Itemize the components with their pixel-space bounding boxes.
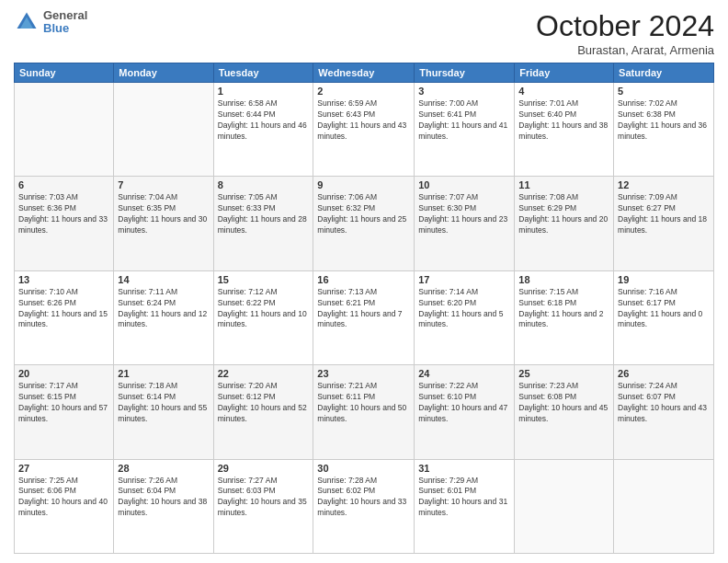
day-number: 28 [118, 463, 209, 474]
day-info: Sunrise: 7:05 AM Sunset: 6:33 PM Dayligh… [218, 192, 310, 236]
calendar-cell: 7Sunrise: 7:04 AM Sunset: 6:35 PM Daylig… [114, 177, 213, 270]
calendar-cell: 12Sunrise: 7:09 AM Sunset: 6:27 PM Dayli… [614, 177, 714, 270]
calendar-cell: 23Sunrise: 7:21 AM Sunset: 6:11 PM Dayli… [313, 365, 415, 459]
calendar-header-thursday: Thursday [415, 63, 515, 83]
header: General Blue October 2024 Burastan, Arar… [14, 9, 714, 57]
calendar-cell: 19Sunrise: 7:16 AM Sunset: 6:17 PM Dayli… [614, 270, 714, 364]
day-info: Sunrise: 7:24 AM Sunset: 6:07 PM Dayligh… [618, 381, 710, 425]
calendar-cell: 30Sunrise: 7:28 AM Sunset: 6:02 PM Dayli… [313, 459, 415, 553]
day-number: 12 [618, 179, 710, 190]
calendar-cell: 3Sunrise: 7:00 AM Sunset: 6:41 PM Daylig… [415, 83, 515, 177]
calendar-cell: 5Sunrise: 7:02 AM Sunset: 6:38 PM Daylig… [614, 83, 714, 177]
calendar-cell [614, 459, 714, 553]
day-info: Sunrise: 7:09 AM Sunset: 6:27 PM Dayligh… [618, 192, 710, 236]
day-number: 1 [218, 86, 310, 97]
day-info: Sunrise: 7:18 AM Sunset: 6:14 PM Dayligh… [118, 381, 209, 425]
day-info: Sunrise: 7:07 AM Sunset: 6:30 PM Dayligh… [418, 192, 510, 236]
day-info: Sunrise: 7:14 AM Sunset: 6:20 PM Dayligh… [418, 287, 510, 331]
day-info: Sunrise: 7:21 AM Sunset: 6:11 PM Dayligh… [317, 381, 410, 425]
day-info: Sunrise: 7:01 AM Sunset: 6:40 PM Dayligh… [518, 98, 609, 143]
day-number: 24 [418, 368, 510, 379]
day-info: Sunrise: 7:13 AM Sunset: 6:21 PM Dayligh… [317, 287, 410, 331]
calendar-cell: 18Sunrise: 7:15 AM Sunset: 6:18 PM Dayli… [515, 270, 614, 364]
day-info: Sunrise: 6:58 AM Sunset: 6:44 PM Dayligh… [218, 98, 310, 143]
calendar-cell: 24Sunrise: 7:22 AM Sunset: 6:10 PM Dayli… [415, 365, 515, 459]
logo: General Blue [14, 9, 87, 36]
calendar-cell: 1Sunrise: 6:58 AM Sunset: 6:44 PM Daylig… [213, 83, 313, 177]
day-info: Sunrise: 7:08 AM Sunset: 6:29 PM Dayligh… [518, 192, 609, 236]
day-number: 22 [218, 368, 310, 379]
calendar-cell: 16Sunrise: 7:13 AM Sunset: 6:21 PM Dayli… [313, 270, 415, 364]
day-number: 17 [418, 274, 510, 285]
day-info: Sunrise: 7:22 AM Sunset: 6:10 PM Dayligh… [418, 381, 510, 425]
calendar-cell [114, 83, 213, 177]
calendar-cell: 13Sunrise: 7:10 AM Sunset: 6:26 PM Dayli… [15, 270, 114, 364]
day-info: Sunrise: 6:59 AM Sunset: 6:43 PM Dayligh… [317, 98, 410, 143]
calendar-header-saturday: Saturday [614, 63, 714, 83]
calendar-cell: 31Sunrise: 7:29 AM Sunset: 6:01 PM Dayli… [415, 459, 515, 553]
day-info: Sunrise: 7:20 AM Sunset: 6:12 PM Dayligh… [218, 381, 310, 425]
day-info: Sunrise: 7:27 AM Sunset: 6:03 PM Dayligh… [218, 476, 310, 520]
day-info: Sunrise: 7:26 AM Sunset: 6:04 PM Dayligh… [118, 476, 209, 520]
calendar-cell: 9Sunrise: 7:06 AM Sunset: 6:32 PM Daylig… [313, 177, 415, 270]
day-info: Sunrise: 7:17 AM Sunset: 6:15 PM Dayligh… [18, 381, 109, 425]
day-number: 7 [118, 179, 209, 190]
calendar-cell: 14Sunrise: 7:11 AM Sunset: 6:24 PM Dayli… [114, 270, 213, 364]
calendar-cell: 27Sunrise: 7:25 AM Sunset: 6:06 PM Dayli… [15, 459, 114, 553]
day-info: Sunrise: 7:06 AM Sunset: 6:32 PM Dayligh… [317, 192, 410, 236]
day-info: Sunrise: 7:03 AM Sunset: 6:36 PM Dayligh… [18, 192, 109, 236]
calendar-week-row: 13Sunrise: 7:10 AM Sunset: 6:26 PM Dayli… [15, 270, 714, 364]
day-number: 5 [618, 86, 710, 97]
day-number: 9 [317, 179, 410, 190]
calendar-week-row: 27Sunrise: 7:25 AM Sunset: 6:06 PM Dayli… [15, 459, 714, 553]
day-number: 19 [618, 274, 710, 285]
calendar-cell: 17Sunrise: 7:14 AM Sunset: 6:20 PM Dayli… [415, 270, 515, 364]
logo-blue: Blue [43, 22, 87, 35]
logo-general: General [43, 9, 87, 22]
calendar-cell: 6Sunrise: 7:03 AM Sunset: 6:36 PM Daylig… [15, 177, 114, 270]
page: General Blue October 2024 Burastan, Arar… [0, 0, 728, 563]
day-info: Sunrise: 7:15 AM Sunset: 6:18 PM Dayligh… [518, 287, 609, 331]
day-info: Sunrise: 7:28 AM Sunset: 6:02 PM Dayligh… [317, 476, 410, 520]
day-number: 18 [518, 274, 609, 285]
calendar-header-monday: Monday [114, 63, 213, 83]
day-info: Sunrise: 7:10 AM Sunset: 6:26 PM Dayligh… [18, 287, 109, 331]
calendar-cell: 20Sunrise: 7:17 AM Sunset: 6:15 PM Dayli… [15, 365, 114, 459]
day-number: 10 [418, 179, 510, 190]
day-number: 14 [118, 274, 209, 285]
calendar-cell: 2Sunrise: 6:59 AM Sunset: 6:43 PM Daylig… [313, 83, 415, 177]
calendar-cell [15, 83, 114, 177]
day-number: 6 [18, 179, 109, 190]
day-info: Sunrise: 7:02 AM Sunset: 6:38 PM Dayligh… [618, 98, 710, 143]
day-number: 21 [118, 368, 209, 379]
subtitle: Burastan, Ararat, Armenia [536, 43, 714, 57]
day-number: 3 [418, 86, 510, 97]
logo-icon [14, 9, 40, 35]
month-title: October 2024 [536, 9, 714, 43]
calendar-week-row: 1Sunrise: 6:58 AM Sunset: 6:44 PM Daylig… [15, 83, 714, 177]
calendar-week-row: 20Sunrise: 7:17 AM Sunset: 6:15 PM Dayli… [15, 365, 714, 459]
day-info: Sunrise: 7:04 AM Sunset: 6:35 PM Dayligh… [118, 192, 209, 236]
day-info: Sunrise: 7:23 AM Sunset: 6:08 PM Dayligh… [518, 381, 609, 425]
day-number: 29 [218, 463, 310, 474]
calendar-cell: 4Sunrise: 7:01 AM Sunset: 6:40 PM Daylig… [515, 83, 614, 177]
calendar-cell: 15Sunrise: 7:12 AM Sunset: 6:22 PM Dayli… [213, 270, 313, 364]
day-number: 4 [518, 86, 609, 97]
day-info: Sunrise: 7:12 AM Sunset: 6:22 PM Dayligh… [218, 287, 310, 331]
day-number: 16 [317, 274, 410, 285]
day-number: 2 [317, 86, 410, 97]
day-number: 30 [317, 463, 410, 474]
day-number: 31 [418, 463, 510, 474]
calendar-week-row: 6Sunrise: 7:03 AM Sunset: 6:36 PM Daylig… [15, 177, 714, 270]
day-number: 11 [518, 179, 609, 190]
calendar-cell: 29Sunrise: 7:27 AM Sunset: 6:03 PM Dayli… [213, 459, 313, 553]
day-info: Sunrise: 7:16 AM Sunset: 6:17 PM Dayligh… [618, 287, 710, 331]
calendar-cell: 10Sunrise: 7:07 AM Sunset: 6:30 PM Dayli… [415, 177, 515, 270]
calendar-cell: 8Sunrise: 7:05 AM Sunset: 6:33 PM Daylig… [213, 177, 313, 270]
logo-text: General Blue [43, 9, 87, 36]
day-info: Sunrise: 7:25 AM Sunset: 6:06 PM Dayligh… [18, 476, 109, 520]
day-number: 20 [18, 368, 109, 379]
day-info: Sunrise: 7:29 AM Sunset: 6:01 PM Dayligh… [418, 476, 510, 520]
title-area: October 2024 Burastan, Ararat, Armenia [536, 9, 714, 57]
day-info: Sunrise: 7:00 AM Sunset: 6:41 PM Dayligh… [418, 98, 510, 143]
